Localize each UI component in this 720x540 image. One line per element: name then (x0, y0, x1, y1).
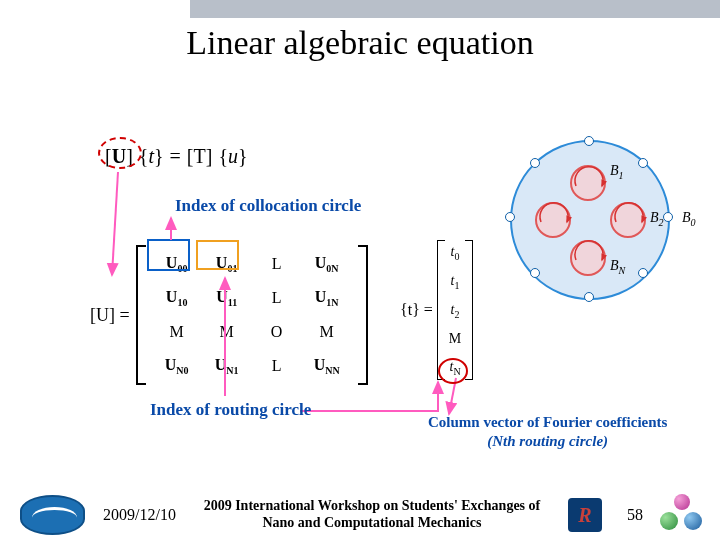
footer-workshop: 2009 International Workshop on Students'… (176, 498, 568, 532)
t-vector: {t} = t0 t1 t2 M tN (400, 240, 473, 380)
circle-diagram: B1 B2 B0 BN (510, 140, 710, 315)
red-circle-tN (438, 358, 468, 384)
tvector-left-label: {t} = (400, 301, 433, 319)
col-bracket-right-icon (465, 240, 473, 380)
label-bn: BN (610, 258, 625, 276)
label-b1: B1 (610, 163, 624, 181)
caption-column-vector: Column vector of Fourier coefficients (N… (428, 413, 667, 451)
footer: 2009/12/10 2009 International Workshop o… (0, 490, 720, 540)
slide-title: Linear algebraic equation (0, 24, 720, 62)
spheres-logo-icon (660, 494, 706, 536)
label-b0: B0 (682, 210, 696, 228)
col-bracket-left-icon (437, 240, 445, 380)
workshop-line1: 2009 International Workshop on Students'… (176, 498, 568, 515)
label-b2: B2 (650, 210, 664, 228)
workshop-line2: Nano and Computational Mechanics (176, 515, 568, 532)
caption-line1: Column vector of Fourier coefficients (428, 413, 667, 432)
swirl-logo-icon (20, 495, 85, 535)
caption-line2: (Nth routing circle) (487, 433, 608, 449)
r-logo-icon: R (568, 498, 602, 532)
label-routing: Index of routing circle (150, 400, 311, 420)
top-grey-bar (190, 0, 720, 18)
page-number: 58 (610, 506, 660, 524)
footer-date: 2009/12/10 (103, 506, 176, 524)
